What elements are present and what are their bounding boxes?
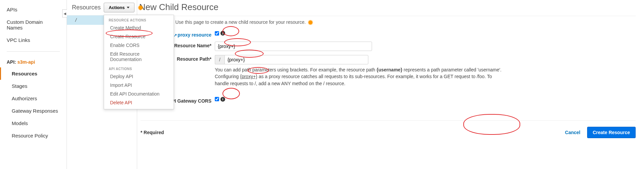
row-resource-name: Resource Name* [141, 42, 636, 51]
dd-edit-resource-doc[interactable]: Edit Resource Documentation [104, 50, 174, 64]
nav-models[interactable]: Models [0, 117, 67, 129]
dd-header-resource: RESOURCE ACTIONS [104, 15, 174, 23]
proxy-checkbox[interactable] [215, 31, 219, 36]
sidebar-divider [7, 51, 60, 52]
page-title: New Child Resource [139, 0, 636, 16]
actions-area: Actions RESOURCE ACTIONS Create Method C… [104, 3, 143, 12]
dd-edit-api-doc[interactable]: Edit API Documentation [104, 90, 174, 98]
cancel-button[interactable]: Cancel [565, 130, 580, 135]
help-1: You can add path parameters using bracke… [215, 67, 377, 72]
api-label-prefix: API: [7, 59, 17, 65]
help-underline-proxy: {proxy+} [240, 74, 258, 79]
info-icon[interactable]: i [220, 97, 225, 102]
resource-path-input[interactable] [224, 55, 368, 64]
info-icon[interactable]: i [220, 31, 225, 36]
proxy-resource-link[interactable]: proxy resource [178, 32, 211, 38]
form-footer: * Required Cancel Create Resource [141, 120, 636, 138]
dd-import-api[interactable]: Import API [104, 81, 174, 90]
resource-name-input[interactable] [215, 42, 372, 51]
external-link-icon: ↗ [174, 33, 177, 38]
actions-button[interactable]: Actions [104, 3, 134, 12]
create-resource-button[interactable]: Create Resource [587, 127, 636, 138]
dd-header-api: API ACTIONS [104, 64, 174, 72]
chevron-down-icon [127, 7, 129, 8]
main-panel: New Child Resource Use this page to crea… [137, 0, 644, 145]
row-cors: Enable API Gateway CORS i [141, 97, 636, 104]
intro-text: Use this page to create a new child reso… [175, 19, 636, 25]
path-help-text: You can add path parameters using bracke… [215, 66, 506, 87]
highlight-dot-icon [308, 20, 312, 24]
api-name[interactable]: s3m-api [17, 59, 35, 65]
nav-resources[interactable]: Resources [0, 67, 67, 80]
dd-create-resource[interactable]: Create Resource [104, 32, 174, 41]
path-prefix: / [215, 55, 224, 64]
collapse-sidebar-icon[interactable]: ◀ [62, 9, 67, 17]
sidebar-link-custom-domain[interactable]: Custom Domain Names [0, 16, 67, 34]
actions-dropdown: RESOURCE ACTIONS Create Method Create Re… [104, 15, 174, 109]
nav-gateway-responses[interactable]: Gateway Responses [0, 105, 67, 117]
dd-create-method[interactable]: Create Method [104, 23, 174, 32]
row-proxy-resource: Configure as ↗proxy resource i [141, 31, 636, 38]
left-sidebar: APIs Custom Domain Names VPC Links API: … [0, 0, 67, 169]
sidebar-link-vpc-links[interactable]: VPC Links [0, 34, 67, 46]
nav-resource-policy[interactable]: Resource Policy [0, 129, 67, 142]
intro-text-value: Use this page to create a new child reso… [175, 19, 306, 25]
cors-checkbox[interactable] [215, 97, 219, 101]
api-label: API: s3m-api [0, 57, 67, 67]
dd-enable-cors[interactable]: Enable CORS [104, 41, 174, 50]
row-resource-path: Resource Path* / You can add path parame… [141, 55, 636, 87]
sidebar-link-apis[interactable]: APIs [0, 3, 67, 16]
nav-authorizers[interactable]: Authorizers [0, 92, 67, 105]
dd-deploy-api[interactable]: Deploy API [104, 72, 174, 81]
help-bold-username: {username} [377, 67, 402, 72]
actions-button-label: Actions [109, 5, 125, 10]
nav-stages[interactable]: Stages [0, 80, 67, 92]
required-label: * Required [141, 130, 164, 135]
dd-delete-api[interactable]: Delete API [104, 98, 174, 107]
highlight-dot-icon [139, 6, 143, 10]
page-title-text: New Child Resource [139, 2, 218, 12]
